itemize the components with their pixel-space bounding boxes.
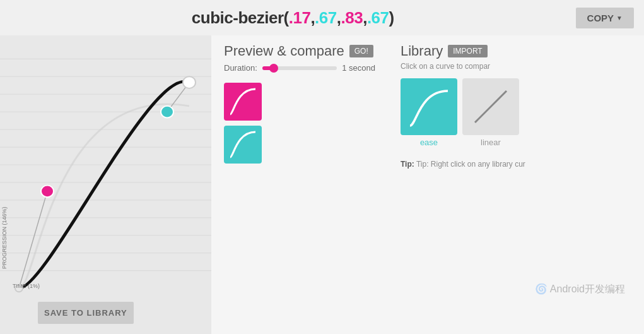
- preview-section-title: Preview & compare GO!: [224, 43, 375, 59]
- svg-point-19: [15, 285, 23, 292]
- curve-card-ease[interactable]: ease: [401, 78, 457, 147]
- duration-label: Duration:: [224, 63, 257, 73]
- duration-row: Duration: 1 second: [224, 63, 375, 73]
- comma3: ,: [363, 8, 367, 27]
- bezier-panel: PROGRESSION (146%) TIME (1%) SAVE TO LIB…: [0, 35, 211, 334]
- save-label: SAVE TO LIBRARY: [44, 308, 127, 318]
- svg-point-17: [161, 106, 173, 118]
- preview-panel: Preview & compare GO! Duration: 1 second: [211, 35, 388, 334]
- duration-slider[interactable]: [262, 66, 337, 70]
- param3: .83: [341, 8, 363, 27]
- copy-dropdown-arrow: ▼: [616, 15, 623, 21]
- title-prefix: cubic-bezier(: [192, 8, 289, 27]
- preview-box-teal: [224, 126, 262, 164]
- bezier-canvas[interactable]: PROGRESSION (146%) TIME (1%): [0, 35, 211, 294]
- header: cubic-bezier(.17,.67,.83,.67) COPY ▼: [0, 0, 644, 35]
- param2: .67: [315, 8, 337, 27]
- watermark: 🌀 Android开发编程: [535, 283, 625, 296]
- tip-text: Tip: Tip: Right click on any library cur: [401, 160, 631, 169]
- curve-label-linear: linear: [481, 138, 501, 147]
- svg-point-18: [183, 76, 196, 88]
- preview-boxes: [224, 83, 375, 164]
- curve-label-ease: ease: [420, 138, 438, 147]
- svg-point-16: [41, 186, 54, 198]
- svg-line-20: [475, 91, 506, 122]
- copy-button[interactable]: COPY ▼: [576, 8, 634, 28]
- title-area: cubic-bezier(.17,.67,.83,.67): [10, 8, 576, 28]
- save-to-library-button[interactable]: SAVE TO LIBRARY: [38, 302, 134, 324]
- import-button[interactable]: IMPORT: [448, 45, 487, 57]
- main-content: PROGRESSION (146%) TIME (1%) SAVE TO LIB…: [0, 35, 644, 334]
- param1: .17: [289, 8, 311, 27]
- library-panel: Library IMPORT Click on a curve to compa…: [388, 35, 644, 334]
- preview-box-pink: [224, 83, 262, 121]
- library-curves: ease linear: [401, 78, 631, 147]
- duration-value: 1 second: [342, 63, 375, 73]
- title-suffix: ): [389, 8, 394, 27]
- slider-thumb: [269, 64, 278, 73]
- library-subtitle: Click on a curve to compar: [401, 62, 631, 71]
- curve-thumb-linear: [462, 78, 519, 135]
- copy-label: COPY: [587, 13, 614, 23]
- go-button[interactable]: GO!: [349, 45, 373, 57]
- curve-thumb-ease: [401, 78, 457, 135]
- curve-card-linear[interactable]: linear: [462, 78, 519, 147]
- param4: .67: [367, 8, 389, 27]
- library-title: Library IMPORT: [401, 43, 631, 59]
- comma2: ,: [337, 8, 341, 27]
